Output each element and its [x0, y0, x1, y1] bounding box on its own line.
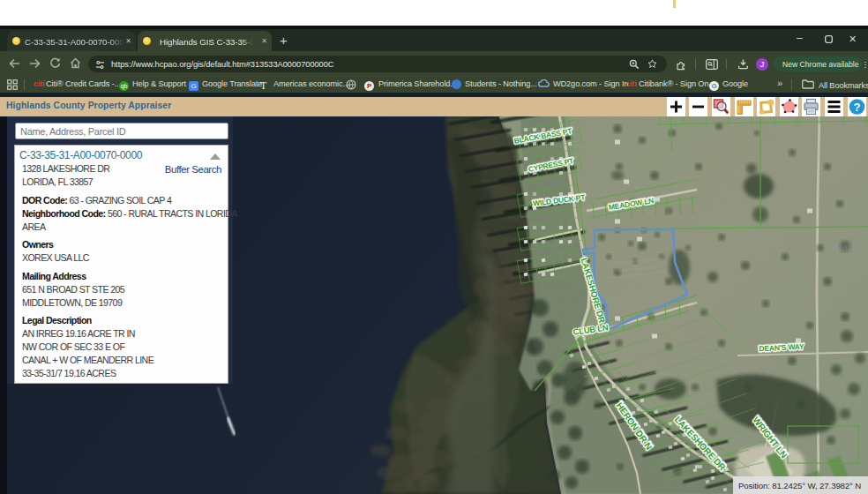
svg-text:?: ?: [853, 101, 860, 114]
svg-text:Stellar MLS: Stellar MLS: [823, 242, 868, 252]
